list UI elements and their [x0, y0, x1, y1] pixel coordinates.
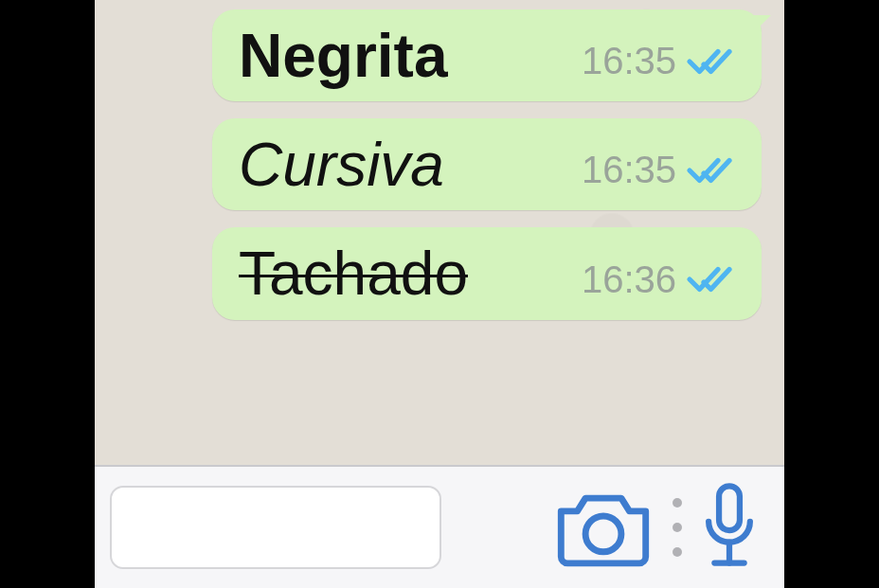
message-meta: 16:35: [582, 40, 739, 88]
message-time: 16:35: [582, 149, 676, 191]
message-text: Negrita: [239, 25, 448, 88]
message-text: Cursiva: [239, 134, 444, 197]
read-ticks-icon: [686, 45, 739, 79]
message-text: Tachado: [239, 242, 468, 306]
message-bubble[interactable]: Negrita 16:35: [212, 9, 762, 101]
message-meta: 16:35: [582, 149, 739, 197]
read-ticks-icon: [686, 262, 739, 296]
camera-icon[interactable]: [551, 486, 655, 569]
message-bubble[interactable]: Cursiva 16:35: [212, 118, 762, 210]
message-meta: 16:36: [582, 258, 739, 307]
message-bubble[interactable]: Tachado 16:36: [212, 227, 762, 319]
input-toolbar: [95, 465, 784, 588]
read-ticks-icon: [686, 153, 739, 187]
chat-window: Negrita 16:35 Cursiva 16:35: [95, 0, 784, 588]
message-time: 16:36: [582, 258, 676, 301]
more-icon[interactable]: [673, 498, 682, 557]
message-list: Negrita 16:35 Cursiva 16:35: [95, 0, 784, 320]
mic-icon[interactable]: [699, 480, 760, 575]
svg-point-0: [585, 516, 621, 552]
svg-rect-1: [719, 486, 740, 530]
message-time: 16:35: [582, 40, 676, 82]
message-input[interactable]: [110, 486, 441, 569]
